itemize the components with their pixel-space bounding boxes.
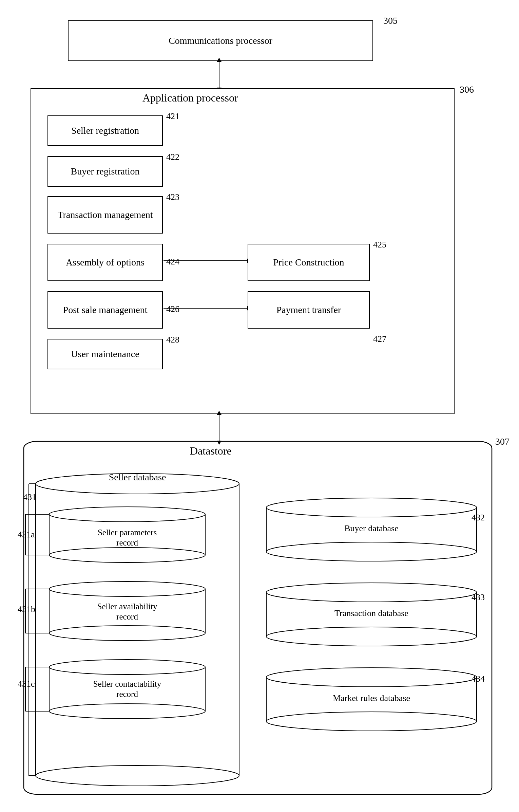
ref-305: 305 <box>383 15 398 26</box>
svg-point-30 <box>49 704 205 719</box>
svg-point-4 <box>36 765 239 786</box>
ref-426: 426 <box>166 304 179 314</box>
ref-427: 427 <box>373 334 386 344</box>
ref-434: 434 <box>472 674 485 684</box>
arrow-comm-app <box>219 61 219 88</box>
price-construct-label: Price Construction <box>273 256 344 269</box>
ref-425: 425 <box>373 240 386 250</box>
ref-307: 307 <box>495 436 510 447</box>
user-maint-box: User maintenance <box>47 339 163 369</box>
ref-432: 432 <box>472 513 485 523</box>
comm-processor-label: Communications processor <box>169 35 272 47</box>
svg-text:Seller database: Seller database <box>109 472 166 482</box>
buyer-reg-label: Buyer registration <box>71 165 140 178</box>
svg-rect-0 <box>24 441 492 794</box>
seller-reg-box: Seller registration <box>47 115 163 146</box>
app-processor-label: Application processor <box>142 92 238 104</box>
svg-text:record: record <box>116 612 138 621</box>
ref-421: 421 <box>166 111 179 122</box>
svg-point-21 <box>49 626 205 641</box>
arrow-app-datastore <box>219 414 219 441</box>
ref-306: 306 <box>460 84 474 95</box>
ref-431b: 431b <box>18 604 35 614</box>
ref-423: 423 <box>166 192 179 202</box>
svg-point-49 <box>266 712 477 731</box>
svg-point-12 <box>49 548 205 562</box>
post-sale-box: Post sale management <box>47 291 163 329</box>
svg-point-13 <box>49 507 205 522</box>
svg-point-40 <box>266 498 477 517</box>
svg-point-50 <box>266 668 477 687</box>
svg-text:Seller availability: Seller availability <box>97 602 157 611</box>
ref-431: 431 <box>23 492 36 502</box>
svg-text:Transaction database: Transaction database <box>334 608 408 618</box>
arrow-assembly-price <box>164 260 248 261</box>
seller-reg-label: Seller registration <box>71 125 139 137</box>
user-maint-label: User maintenance <box>71 348 139 360</box>
svg-text:record: record <box>116 689 138 699</box>
post-sale-label: Post sale management <box>63 304 148 316</box>
datastore-svg: Seller database Seller parameters record… <box>22 440 497 799</box>
price-construct-box: Price Construction <box>248 244 370 281</box>
svg-text:Seller contactability: Seller contactability <box>93 679 161 688</box>
svg-point-45 <box>266 583 477 602</box>
trans-mgmt-box: Transaction management <box>47 196 163 234</box>
assembly-opts-box: Assembly of options <box>47 244 163 281</box>
svg-text:Buyer database: Buyer database <box>344 523 399 533</box>
buyer-reg-box: Buyer registration <box>47 156 163 187</box>
assembly-opts-label: Assembly of options <box>66 256 145 269</box>
svg-text:record: record <box>116 538 138 547</box>
arrow-postsale-payment <box>164 308 248 309</box>
svg-point-22 <box>49 582 205 596</box>
svg-text:Market rules database: Market rules database <box>333 693 410 703</box>
payment-transfer-box: Payment transfer <box>248 291 370 329</box>
diagram: 305 Communications processor 306 Applica… <box>0 0 519 812</box>
ref-431c: 431c <box>18 679 35 689</box>
ref-428: 428 <box>166 335 179 345</box>
payment-transfer-label: Payment transfer <box>276 304 341 316</box>
ref-433: 433 <box>472 592 485 603</box>
svg-text:Seller parameters: Seller parameters <box>98 528 157 537</box>
comm-processor-box: Communications processor <box>68 20 373 61</box>
svg-point-44 <box>266 627 477 646</box>
ref-422: 422 <box>166 152 179 162</box>
ref-424: 424 <box>166 257 179 267</box>
trans-mgmt-label: Transaction management <box>57 209 153 221</box>
svg-point-31 <box>49 660 205 675</box>
ref-431a: 431a <box>18 530 35 540</box>
svg-point-39 <box>266 542 477 561</box>
